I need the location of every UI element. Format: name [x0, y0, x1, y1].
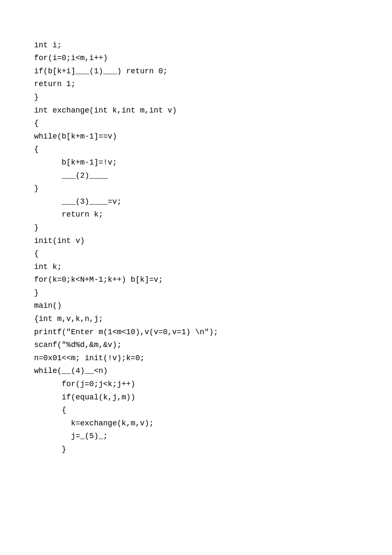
code-line: for(j=0;j<k;j++)	[34, 378, 358, 391]
code-line: k=exchange(k,m,v);	[34, 417, 358, 430]
code-line: {	[34, 247, 358, 260]
code-line: }	[34, 443, 358, 456]
code-line: int k;	[34, 260, 358, 274]
code-line: init(int v)	[34, 234, 358, 248]
code-line: j=_(5)_;	[34, 430, 358, 443]
code-line: {	[34, 404, 358, 417]
code-line: {	[34, 117, 358, 130]
code-line: }	[34, 286, 358, 300]
code-line: if(b[k+i]___(1)___) return 0;	[34, 65, 358, 78]
code-line: if(equal(k,j,m))	[34, 391, 358, 404]
code-line: while(__(4)__<n)	[34, 364, 358, 378]
code-line: for(k=0;k<N+M-1;k++) b[k]=v;	[34, 273, 358, 286]
code-line: }	[34, 182, 358, 195]
code-line: int i;	[34, 39, 358, 52]
code-line: printf("Enter m(1<m<10),v(v=0,v=1) \n");	[34, 326, 358, 339]
code-line: {	[34, 143, 358, 156]
code-line: b[k+m-1]=!v;	[34, 156, 358, 169]
code-line: n=0x01<<m; init(!v);k=0;	[34, 352, 358, 365]
code-line: return k;	[34, 208, 358, 221]
code-line: ___(3)____=v;	[34, 195, 358, 208]
code-line: main()	[34, 299, 358, 312]
code-line: for(i=0;i<m,i++)	[34, 52, 358, 65]
code-container: int i;for(i=0;i<m,i++)if(b[k+i]___(1)___…	[34, 26, 358, 456]
code-line: int exchange(int k,int m,int v)	[34, 104, 358, 117]
code-line: {int m,v,k,n,j;	[34, 312, 358, 326]
code-line: ___(2)____	[34, 169, 358, 182]
code-line: while(b[k+m-1]==v)	[34, 130, 358, 143]
code-line: }	[34, 91, 358, 104]
code-line: return 1;	[34, 78, 358, 91]
code-line: }	[34, 221, 358, 234]
code-line: scanf("%d%d,&m,&v);	[34, 338, 358, 352]
